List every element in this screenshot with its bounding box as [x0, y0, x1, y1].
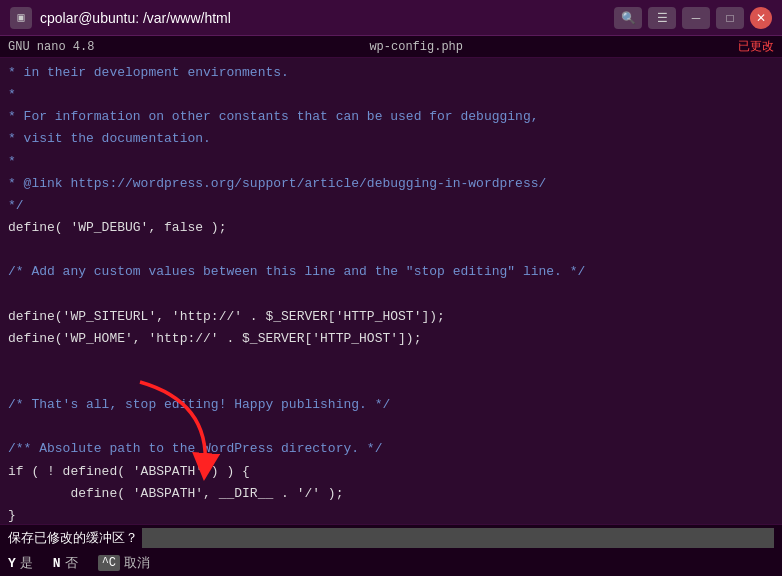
maximize-button[interactable]: □ [716, 7, 744, 29]
yes-key: Y [8, 556, 16, 571]
code-line: define('WP_HOME', 'http://' . $_SERVER['… [0, 328, 782, 350]
code-line: * visit the documentation. [0, 128, 782, 150]
no-label: 否 [65, 554, 78, 572]
yes-option[interactable]: Y 是 [8, 554, 33, 572]
yes-label: 是 [20, 554, 33, 572]
code-line [0, 283, 782, 305]
code-line: * in their development environments. [0, 62, 782, 84]
window-controls: 🔍 ☰ ─ □ ✕ [614, 7, 772, 29]
nano-status-bar: GNU nano 4.8 wp-config.php 已更改 [0, 36, 782, 58]
code-line: */ [0, 195, 782, 217]
answer-row: Y 是 N 否 ^C 取消 [0, 550, 782, 576]
code-line [0, 239, 782, 261]
title-bar: ▣ cpolar@ubuntu: /var/www/html 🔍 ☰ ─ □ ✕ [0, 0, 782, 36]
modified-indicator: 已更改 [738, 38, 774, 55]
code-line [0, 416, 782, 438]
filename: wp-config.php [369, 40, 463, 54]
save-prompt-text: 保存已修改的缓冲区？ [8, 529, 138, 547]
code-line: * For information on other constants tha… [0, 106, 782, 128]
code-line: /* That's all, stop editing! Happy publi… [0, 394, 782, 416]
menu-button[interactable]: ☰ [648, 7, 676, 29]
nano-version: GNU nano 4.8 [8, 40, 94, 54]
cancel-label: 取消 [124, 554, 150, 572]
terminal-icon: ▣ [10, 7, 32, 29]
no-option[interactable]: N 否 [53, 554, 78, 572]
code-line: * [0, 84, 782, 106]
save-prompt-bar: 保存已修改的缓冲区？ [0, 524, 782, 550]
minimize-button[interactable]: ─ [682, 7, 710, 29]
title-bar-left: ▣ cpolar@ubuntu: /var/www/html [10, 7, 231, 29]
code-line [0, 350, 782, 372]
code-editor: * in their development environments.** F… [0, 58, 782, 524]
code-line: * [0, 151, 782, 173]
code-line: /** Absolute path to the WordPress direc… [0, 438, 782, 460]
cancel-option[interactable]: ^C 取消 [98, 554, 150, 572]
cancel-key: ^C [98, 555, 120, 571]
window-title: cpolar@ubuntu: /var/www/html [40, 10, 231, 26]
close-button[interactable]: ✕ [750, 7, 772, 29]
code-line: define( 'ABSPATH', __DIR__ . '/' ); [0, 483, 782, 505]
bottom-area: 保存已修改的缓冲区？ Y 是 N 否 ^C 取消 [0, 524, 782, 576]
code-line: define( 'WP_DEBUG', false ); [0, 217, 782, 239]
code-line: define('WP_SITEURL', 'http://' . $_SERVE… [0, 306, 782, 328]
save-prompt-input[interactable] [142, 528, 774, 548]
search-button[interactable]: 🔍 [614, 7, 642, 29]
code-line: if ( ! defined( 'ABSPATH' ) ) { [0, 461, 782, 483]
no-key: N [53, 556, 61, 571]
code-line: /* Add any custom values between this li… [0, 261, 782, 283]
code-line: } [0, 505, 782, 524]
code-line: * @link https://wordpress.org/support/ar… [0, 173, 782, 195]
code-line [0, 372, 782, 394]
